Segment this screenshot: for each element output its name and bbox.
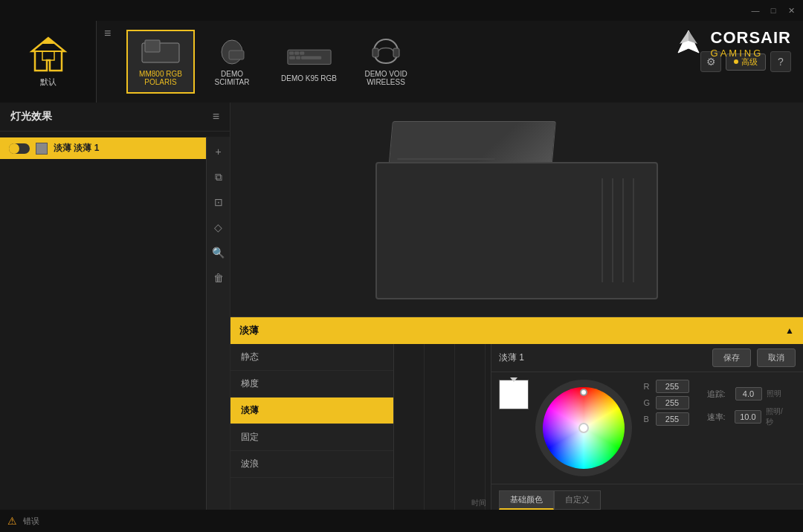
close-button[interactable]: ✕ [785,4,797,16]
sidebar-title: 灯光效果 [10,110,52,123]
device-icon-void [364,37,408,67]
speed-rate-unit: 照明/秒 [766,406,790,427]
main-content: 淡薄 ▲ 静态 梯度 淡薄 固定 波浪 [230,103,803,532]
effect-option-fade[interactable]: 淡薄 [230,398,393,424]
preset-tab-basic[interactable]: 基础颜色 [499,490,554,510]
corsair-anchor-icon [26,36,71,74]
corsair-sail-icon [674,29,703,59]
effect-list: 淡薄 淡薄 1 [0,132,230,165]
effect-option-fixed[interactable]: 固定 [230,424,393,451]
cancel-button[interactable]: 取消 [757,348,796,367]
rgb-b-input[interactable] [656,412,689,426]
preset-tab-custom[interactable]: 自定义 [554,490,601,510]
maximize-button[interactable]: □ [767,4,779,16]
time-label: 时间 [471,498,486,508]
effect-item-label: 淡薄 淡薄 1 [54,142,99,155]
device-icon-k95 [287,42,332,71]
timeline-grid [394,344,491,510]
rgb-r-label: R [644,382,653,391]
add-effect-icon[interactable]: + [210,143,228,160]
color-wheel-top-marker [580,389,587,396]
device-label-mm800: MM800 RGBPOLARIS [139,70,182,86]
edit-effect-icon[interactable]: ⊡ [210,193,228,211]
svg-rect-12 [289,56,294,59]
error-icon: ⚠ [7,515,17,527]
effect-name-input[interactable] [499,353,706,363]
corsair-name: CORSAIR [711,28,791,48]
rgb-r-input[interactable] [656,380,689,393]
speed-rate-input[interactable] [735,410,761,424]
minimize-button[interactable]: — [749,4,761,16]
rgb-inputs: R G B [639,380,694,476]
mousepad-lines [602,178,634,282]
advanced-dot [734,59,738,64]
effect-panel: 淡薄 ▲ 静态 梯度 淡薄 固定 波浪 [230,317,803,532]
rgb-b-row: B [644,412,689,426]
svg-rect-5 [145,40,160,52]
device-tabs: MM800 RGBPOLARIS DEMOSCIMITAR [97,30,688,94]
device-icon-scimitar [210,37,254,67]
mousepad-body [375,162,658,299]
speed-section: 追踪: 照明 速率: 照明/秒 [701,380,796,476]
color-wheel-container [536,380,632,476]
svg-rect-10 [294,51,298,54]
save-button[interactable]: 保存 [712,348,751,367]
bottom-bar: ⚠ 错误 [0,510,803,532]
effect-panel-title: 淡薄 [239,324,785,337]
device-tab-mm800[interactable]: MM800 RGBPOLARIS [126,30,195,94]
mousepad-line-2 [612,178,613,282]
hamburger-icon[interactable]: ≡ [104,27,111,40]
speed-fade-label: 追踪: [707,389,731,400]
device-preview [245,110,788,311]
mousepad-line-3 [622,178,624,282]
effect-option-wave[interactable]: 波浪 [230,451,393,478]
svg-rect-7 [229,51,244,59]
diamond-icon[interactable]: ◇ [210,218,228,236]
effect-options-list: 静态 梯度 淡薄 固定 波浪 [230,344,394,532]
sidebar-menu-icon[interactable]: ≡ [213,110,219,123]
effect-option-gradient[interactable]: 梯度 [230,371,393,398]
color-swatch-box[interactable] [499,380,529,409]
device-tab-scimitar[interactable]: DEMOSCIMITAR [198,30,266,94]
speed-fade-input[interactable] [735,387,762,400]
search-icon[interactable]: 🔍 [210,244,228,262]
error-label: 错误 [23,516,39,527]
svg-rect-16 [393,48,399,57]
sidebar-toolbar: + ⧉ ⊡ ◇ 🔍 🗑 [206,137,230,532]
device-label-scimitar: DEMOSCIMITAR [214,70,249,86]
main-container: 默认 ≡ MM800 RGBPOLARIS [0,21,803,532]
svg-rect-3 [42,51,54,60]
svg-rect-13 [296,56,300,59]
device-label-k95: DEMO K95 RGB [281,74,337,82]
device-tab-k95[interactable]: DEMO K95 RGB [269,34,349,90]
speed-rate-row: 速率: 照明/秒 [707,406,790,427]
corsair-gaming: GAMING [711,48,791,59]
speed-fade-unit: 照明 [767,389,781,399]
color-swatch-marker [510,377,517,382]
color-wheel[interactable] [543,387,625,469]
logo-label: 默认 [40,77,57,88]
effect-toggle-knob [9,143,19,154]
rgb-g-input[interactable] [656,396,689,409]
device-tab-void[interactable]: DEMO VOIDWIRELESS [352,30,420,94]
effect-timeline: + ✕ 照明时间 10.0 秒 时间 [394,344,491,532]
copy-effect-icon[interactable]: ⧉ [210,168,228,186]
corsair-logo: CORSAIR GAMING [674,28,791,59]
device-icon-mm800 [138,37,183,67]
mousepad-image [375,121,658,299]
effect-panel-header: 淡薄 ▲ [230,317,803,344]
svg-rect-9 [289,51,293,54]
effect-color-swatch [36,143,48,155]
rgb-g-label: G [644,398,653,407]
rgb-g-row: G [644,396,689,409]
rgb-r-row: R [644,380,689,393]
speed-fade-row: 追踪: 照明 [707,387,790,400]
sidebar: 灯光效果 ≡ + ⧉ ⊡ ◇ 🔍 🗑 淡薄 淡薄 1 [0,103,230,532]
mousepad-line-4 [633,178,634,282]
delete-effect-icon[interactable]: 🗑 [210,269,228,287]
svg-rect-11 [300,51,303,54]
effect-option-static[interactable]: 静态 [230,344,393,371]
title-bar: — □ ✕ [0,0,803,21]
effect-item[interactable]: 淡薄 淡薄 1 [0,137,230,159]
effect-toggle[interactable] [9,143,30,154]
